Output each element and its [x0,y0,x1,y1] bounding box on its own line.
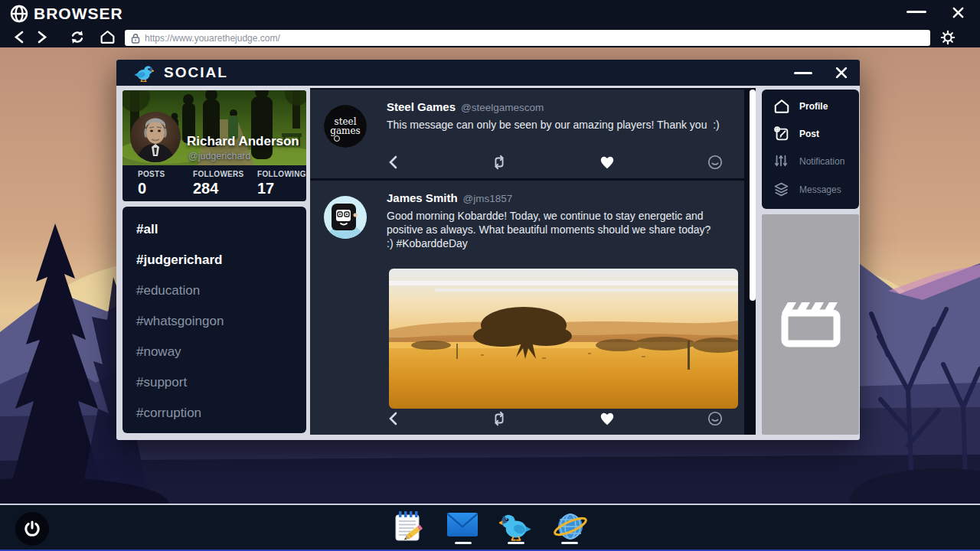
menu-item-post[interactable]: Post [762,122,859,146]
stat-followers: FOLLOWERS 284 [193,170,244,197]
post-steel-games: steel games Steel Games@steelgamescom Th… [310,90,744,178]
social-window-title: SOCIAL [164,64,228,81]
menu-item-notification[interactable]: Notification [762,149,859,174]
post-author-handle: @jms1857 [463,193,513,204]
power-icon [23,520,41,538]
react-smiley-icon[interactable] [707,154,724,171]
forward-icon[interactable] [37,31,47,44]
url-text: https://www.youarethejudge.com/ [145,33,280,44]
james-smith-avatar[interactable] [324,196,367,239]
post-actions [387,410,724,427]
like-icon[interactable] [599,411,616,426]
back-icon[interactable] [387,411,399,426]
social-active-indicator [508,542,524,544]
repost-icon[interactable] [490,410,508,427]
sliders-icon [773,153,789,168]
profile-handle: @judgerichard [188,151,250,161]
post-author-handle: @steelgamescom [461,102,544,113]
profile-name: Richard Anderson [187,134,299,149]
post-author-name[interactable]: James Smith [387,191,458,204]
post-author-line: James Smith@jms1857 [387,191,512,205]
hashtag-whatsgoingon[interactable]: #whatsgoingon [136,306,292,337]
menu-item-profile[interactable]: Profile [762,94,859,119]
feed: steel games Steel Games@steelgamescom Th… [310,88,756,435]
mail-icon[interactable] [447,513,478,536]
post-author-line: Steel Games@steelgamescom [387,100,544,114]
post-text: This message can only be seen by our ama… [387,118,730,132]
social-menu: Profile Post Notification [762,90,859,209]
profile-avatar [130,112,181,162]
steel-games-avatar[interactable]: steel games [324,105,367,148]
repost-icon[interactable] [490,154,508,171]
lock-icon [131,33,140,44]
browser-chrome: BROWSER https://www.youarethejudge.com/ [0,0,980,47]
menu-label: Profile [799,101,828,112]
planet-icon[interactable] [553,510,588,543]
post-photo-savanna[interactable] [389,269,738,409]
post-james-smith: James Smith@jms1857 Good morning Kobardd… [310,181,744,435]
browser-app-name: BROWSER [34,5,123,23]
post-text: Good morning Kobardde! Today, we continu… [387,209,730,250]
steel-avatar-flourish [334,135,340,142]
gear-icon[interactable] [940,30,956,45]
react-smiley-icon[interactable] [707,410,724,427]
menu-item-messages[interactable]: Messages [762,178,859,202]
mail-active-indicator [455,542,472,544]
url-bar[interactable]: https://www.youarethejudge.com/ [125,30,930,46]
menu-label: Notification [799,156,844,167]
social-titlebar[interactable]: SOCIAL [116,60,860,86]
like-icon[interactable] [599,155,616,170]
social-window: SOCIAL [116,60,860,440]
steel-avatar-text-2: games [330,126,360,135]
menu-label: Post [799,129,819,139]
menu-label: Messages [799,184,841,195]
hashtag-all[interactable]: #all [136,214,292,245]
bird-icon [133,63,154,83]
layers-icon [773,181,789,197]
post-author-name[interactable]: Steel Games [387,100,456,113]
hashtag-education[interactable]: #education [136,276,292,306]
profile-card[interactable]: Richard Anderson @judgerichard POSTS 0 F… [122,90,306,201]
back-icon[interactable] [14,31,24,44]
browser-active-indicator [561,542,578,544]
hashtag-corruption[interactable]: #corruption [136,398,292,429]
video-frame-icon [779,301,843,348]
home-icon [773,98,790,114]
ad-placeholder [762,214,859,435]
social-close-icon[interactable] [835,66,848,80]
refresh-icon[interactable] [69,29,86,45]
back-icon[interactable] [387,155,399,170]
os-minimize-icon[interactable] [906,11,926,13]
power-button[interactable] [15,512,49,546]
social-minimize-icon[interactable] [794,72,812,74]
browser-logo-globe-icon [9,4,29,24]
hashtag-support[interactable]: #support [136,367,292,398]
stat-posts: POSTS 0 [138,170,165,197]
os-close-icon[interactable] [951,5,965,20]
bird-icon[interactable] [499,510,533,541]
notepad-icon[interactable] [391,509,425,544]
compose-icon [773,126,790,142]
stat-following: FOLLOWING 17 [257,170,306,197]
home-icon[interactable] [100,29,116,44]
feed-scrollbar-thumb[interactable] [750,90,756,301]
hashtag-panel: #all #judgerichard #education #whatsgoin… [122,207,306,433]
taskbar [0,504,980,551]
post-actions [387,154,724,171]
hashtag-judgerichard[interactable]: #judgerichard [136,245,292,276]
hashtag-noway[interactable]: #noway [136,337,292,367]
